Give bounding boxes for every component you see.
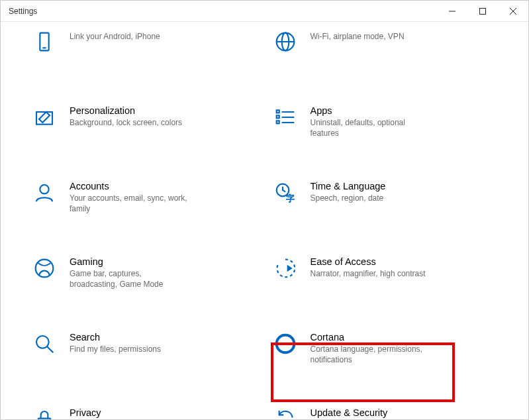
titlebar: Settings [1,1,528,22]
tile-title: Search [70,332,161,342]
tile-desc: Link your Android, iPhone [70,31,160,42]
search-tile[interactable]: Search Find my files, permissions [27,328,262,374]
tile-desc: Game bar, captures, broadcasting, Game M… [70,268,189,289]
tile-title: Privacy [70,407,176,418]
xbox-icon [32,256,56,280]
tile-desc: Cortana language, permissions, notificat… [311,344,430,365]
settings-grid: Link your Android, iPhone Wi-Fi, airplan… [1,26,528,420]
tile-title: Cortana [311,332,430,342]
phone-icon [32,30,56,54]
paint-icon [32,105,56,129]
svg-point-20 [36,336,49,348]
ease-of-access-tile[interactable]: Ease of Access Narrator, magnifier, high… [268,252,503,299]
phone-tile[interactable]: Link your Android, iPhone [27,26,262,72]
search-icon [32,332,56,356]
privacy-tile[interactable]: Privacy Location, camera, microphone [27,403,262,420]
svg-point-22 [276,335,294,353]
cortana-tile[interactable]: Cortana Cortana language, permissions, n… [268,328,503,374]
tile-title: Accounts [70,181,189,191]
lock-icon [32,407,56,420]
svg-rect-15 [276,121,279,123]
tile-desc: Speech, region, date [311,193,386,203]
tile-desc: Uninstall, defaults, optional features [311,117,430,138]
svg-rect-14 [276,115,279,118]
ease-of-access-icon [273,256,297,280]
tile-desc: Find my files, permissions [70,344,161,354]
personalization-tile[interactable]: Personalization Background, lock screen,… [27,101,262,148]
minimize-button[interactable] [437,1,467,21]
close-button[interactable] [498,1,528,21]
svg-rect-13 [276,110,279,113]
tile-title: Update & Security [311,407,430,418]
time-language-icon: 字 [273,181,297,205]
person-icon [32,181,56,205]
network-tile[interactable]: Wi-Fi, airplane mode, VPN [268,26,503,72]
svg-text:字: 字 [286,193,295,203]
tile-title: Ease of Access [311,256,426,267]
tile-title: Time & Language [311,181,386,191]
svg-line-21 [47,346,53,352]
cortana-icon [273,332,297,356]
tile-desc: Your accounts, email, sync, work, family [70,193,189,214]
gaming-tile[interactable]: Gaming Game bar, captures, broadcasting,… [27,252,262,299]
svg-point-16 [40,185,48,193]
sync-icon [273,407,297,420]
tile-desc: Wi-Fi, airplane mode, VPN [311,31,405,42]
svg-point-19 [36,260,54,278]
accounts-tile[interactable]: Accounts Your accounts, email, sync, wor… [27,177,262,223]
window-title: Settings [9,7,37,16]
tile-desc: Narrator, magnifier, high contrast [311,268,426,279]
tile-title: Personalization [70,105,182,116]
svg-rect-1 [480,8,486,14]
apps-tile[interactable]: Apps Uninstall, defaults, optional featu… [268,101,503,148]
tile-title: Gaming [70,256,189,267]
tile-desc: Background, lock screen, colors [70,117,182,128]
list-icon [273,105,297,129]
update-security-tile[interactable]: Update & Security Windows Update, recove… [268,403,503,420]
maximize-button[interactable] [467,1,498,21]
globe-icon [273,30,297,54]
window-controls [437,1,528,21]
time-language-tile[interactable]: 字 Time & Language Speech, region, date [268,177,503,223]
tile-title: Apps [311,105,430,116]
